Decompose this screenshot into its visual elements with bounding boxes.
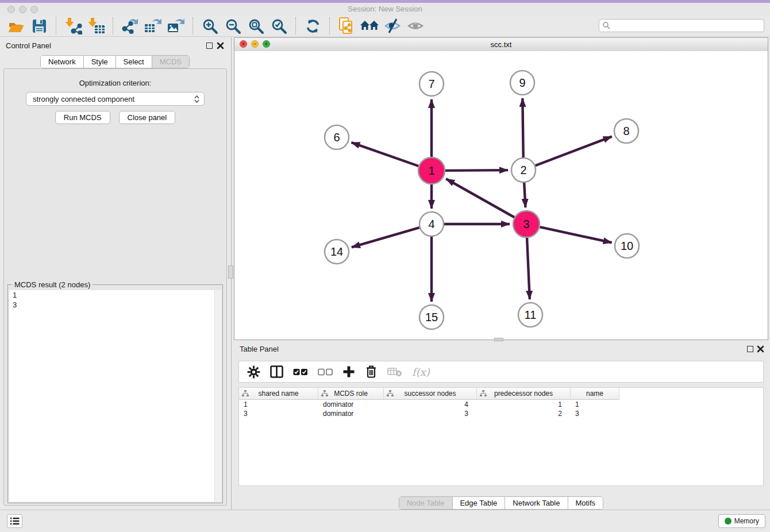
save-icon [32,18,47,34]
trash-icon[interactable] [365,365,378,379]
tab-network-table[interactable]: Network Table [505,497,568,509]
graph-edge-2-3[interactable] [524,183,525,207]
graph-node-label-14: 14 [330,245,343,258]
hide-eye-icon [384,17,401,34]
graph-edge-2-9[interactable] [522,98,523,157]
export-network-icon [121,17,139,34]
first-neighbors-button[interactable] [359,16,380,36]
import-network-button[interactable] [63,16,83,36]
close-table-panel-icon[interactable] [757,345,764,353]
zoom-selected-button[interactable] [268,16,289,36]
save-session-button[interactable] [29,16,49,36]
column-header-predecessor-nodes[interactable]: predecessor nodes [477,388,571,400]
table-row[interactable]: 1 dominator 4 1 1 [239,400,763,409]
deselect-all-icon[interactable] [318,368,333,376]
task-history-button[interactable] [7,514,22,528]
node-table[interactable]: shared name MCDS role successor nodes [238,387,764,486]
toolbar-search-field[interactable] [599,19,764,32]
import-table-button[interactable] [86,16,106,36]
graph-node-label-1: 1 [428,164,434,177]
zoom-fit-icon [248,18,264,34]
column-header-shared-name[interactable]: shared name [239,388,318,400]
graph-edge-2-8[interactable] [536,137,612,166]
toolbar-separator [192,17,193,34]
cell-name: 3 [571,410,619,418]
close-panel-icon[interactable] [217,42,224,49]
attribute-icon [321,390,328,397]
mcds-result-list[interactable]: 1 3 [9,290,221,502]
cell-mcds-role: dominator [318,400,384,408]
result-line: 3 [9,300,221,310]
toolbar-separator [113,17,113,34]
hide-selected-button[interactable] [382,16,403,36]
graph-edge-1-6[interactable] [351,142,418,166]
column-header-successor-nodes[interactable]: successor nodes [384,388,477,400]
tab-motifs[interactable]: Motifs [568,497,603,509]
status-bar: Memory [0,510,770,532]
cell-predecessor-nodes: 2 [477,410,571,418]
network-resize-handle[interactable] [494,338,503,341]
memory-button[interactable]: Memory [718,514,765,528]
tab-style[interactable]: Style [84,56,116,68]
table-header-row: shared name MCDS role successor nodes [239,388,763,400]
tab-edge-table[interactable]: Edge Table [452,497,505,509]
table-row[interactable]: 3 dominator 3 2 3 [239,409,763,418]
graph-edge-3-10[interactable] [540,227,611,242]
select-all-icon[interactable] [293,368,308,376]
window-title: Session: New Session [0,5,770,13]
table-toolbar: f(x) [238,361,764,383]
refresh-layout-button[interactable] [302,16,323,36]
zoom-fit-button[interactable] [245,16,266,36]
cell-successor-nodes: 3 [384,410,477,418]
graph-edge-3-1[interactable] [446,179,514,217]
run-mcds-button[interactable]: Run MCDS [55,111,110,124]
splitter-handle[interactable] [228,265,233,279]
export-network-button[interactable] [120,16,140,36]
window-titlebar[interactable]: Session: New Session [0,3,770,16]
column-header-mcds-role[interactable]: MCDS role [318,388,384,400]
search-input[interactable] [611,20,764,32]
tab-node-table[interactable]: Node Table [399,497,453,509]
cell-name: 1 [571,400,619,408]
tab-select[interactable]: Select [116,56,152,68]
show-columns-icon[interactable] [270,365,283,378]
graph-node-label-10: 10 [621,240,633,252]
network-graph[interactable]: 7968124314101511 [234,51,768,340]
gear-icon[interactable] [247,365,260,379]
tab-mcds[interactable]: MCDS [152,56,189,68]
add-row-icon[interactable] [342,365,355,378]
zoom-in-button[interactable] [199,16,220,36]
export-image-button[interactable] [165,16,186,36]
tab-network[interactable]: Network [41,56,84,68]
zoom-out-button[interactable] [222,16,243,36]
criterion-dropdown[interactable]: strongly connected component [26,92,205,106]
float-panel-icon[interactable] [206,43,213,49]
graph-edge-4-14[interactable] [352,228,419,247]
column-header-name[interactable]: name [571,388,619,400]
graph-edge-3-11[interactable] [527,238,530,299]
optimization-criterion-label: Optimization criterion: [4,79,226,87]
import-network-icon [64,17,82,34]
attribute-icon [242,390,249,397]
show-all-button[interactable] [405,16,426,36]
zoom-selected-icon [271,18,287,34]
graph-node-label-9: 9 [519,76,525,89]
network-window-titlebar[interactable]: × − + scc.txt [234,38,768,52]
new-network-from-selection-button[interactable] [336,16,357,36]
close-panel-button[interactable]: Close panel [119,111,176,124]
graph-edge-1-2[interactable] [445,170,508,171]
graph-node-label-8: 8 [623,125,629,137]
network-canvas[interactable]: 7968124314101511 [234,51,768,340]
mcds-result-title: MCDS result (2 nodes) [12,280,93,289]
table-panel-tabs: Node Table Edge Table Network Table Moti… [399,496,603,510]
table-panel-title: Table Panel [240,345,279,353]
export-table-button[interactable] [143,16,163,36]
float-table-panel-icon[interactable] [747,346,753,352]
delete-table-icon [387,366,402,377]
open-session-button[interactable] [6,16,26,36]
export-image-icon [167,17,185,34]
attribute-icon [387,390,394,397]
result-scrollbar[interactable] [214,290,221,502]
cell-shared-name: 3 [239,410,318,418]
search-icon [602,21,611,30]
